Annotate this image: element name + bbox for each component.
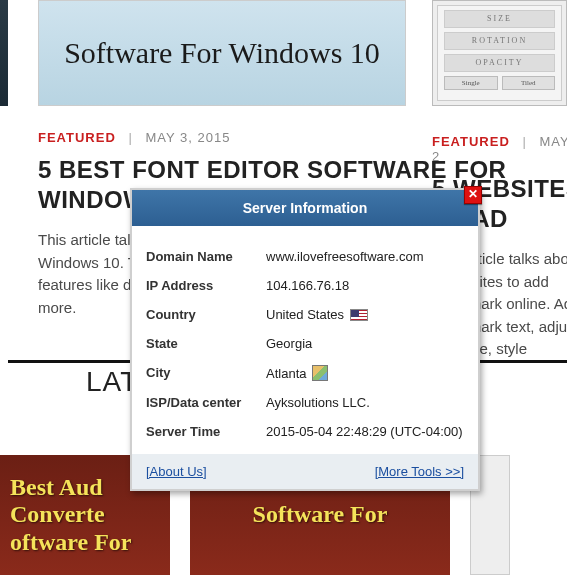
meta-sep: |	[128, 130, 132, 145]
row-key: State	[146, 336, 266, 351]
more-tools-link[interactable]: [More Tools >>]	[375, 464, 464, 479]
modal-body: Domain Name www.ilovefreesoftware.com IP…	[132, 226, 478, 454]
row-value: Atlanta	[266, 365, 464, 381]
row-key: Server Time	[146, 424, 266, 439]
row-key: Country	[146, 307, 266, 322]
row-value: www.ilovefreesoftware.com	[266, 249, 464, 264]
map-icon[interactable]	[312, 365, 328, 381]
panel-size-label: SIZE	[444, 10, 555, 28]
row-value: 104.166.76.18	[266, 278, 464, 293]
row-key: Domain Name	[146, 249, 266, 264]
modal-title-text: Server Information	[243, 200, 367, 216]
row-value: 2015-05-04 22:48:29 (UTC-04:00)	[266, 424, 464, 439]
row-value: United States	[266, 307, 464, 322]
modal-row-time: Server Time 2015-05-04 22:48:29 (UTC-04:…	[146, 417, 464, 446]
panel-opacity-label: OPACITY	[444, 54, 555, 72]
server-info-modal: Server Information ✕ Domain Name www.ilo…	[130, 188, 480, 491]
card-category[interactable]: FEATURED	[38, 130, 116, 145]
close-icon[interactable]: ✕	[464, 186, 482, 204]
modal-row-domain: Domain Name www.ilovefreesoftware.com	[146, 242, 464, 271]
panel-mock: SIZE ROTATION OPACITY Single Tiled	[437, 5, 562, 101]
flag-us-icon	[350, 309, 368, 321]
modal-row-city: City Atlanta	[146, 358, 464, 388]
row-value: Georgia	[266, 336, 464, 351]
row-key: ISP/Data center	[146, 395, 266, 410]
card-meta-2: FEATURED | MAY 3, 2	[432, 134, 567, 164]
card-category-2[interactable]: FEATURED	[432, 134, 510, 149]
row-value: Ayksolutions LLC.	[266, 395, 464, 410]
thumbnail-text: Software For Windows 10	[64, 35, 380, 71]
about-us-link[interactable]: [About Us]	[146, 464, 207, 479]
card-thumbnail[interactable]: Software For Windows 10	[38, 0, 406, 106]
modal-row-country: Country United States	[146, 300, 464, 329]
panel-rotation-label: ROTATION	[444, 32, 555, 50]
panel-tiled-button: Tiled	[502, 76, 556, 90]
prev-card-edge	[0, 0, 8, 106]
card-date: MAY 3, 2015	[145, 130, 230, 145]
modal-titlebar: Server Information ✕	[132, 190, 478, 226]
row-key: City	[146, 365, 266, 381]
modal-row-isp: ISP/Data center Ayksolutions LLC.	[146, 388, 464, 417]
modal-footer: [About Us] [More Tools >>]	[132, 454, 478, 489]
meta-sep: |	[522, 134, 526, 149]
row-key: IP Address	[146, 278, 266, 293]
card-thumbnail-2[interactable]: SIZE ROTATION OPACITY Single Tiled	[432, 0, 567, 106]
modal-row-state: State Georgia	[146, 329, 464, 358]
panel-single-button: Single	[444, 76, 498, 90]
modal-row-ip: IP Address 104.166.76.18	[146, 271, 464, 300]
